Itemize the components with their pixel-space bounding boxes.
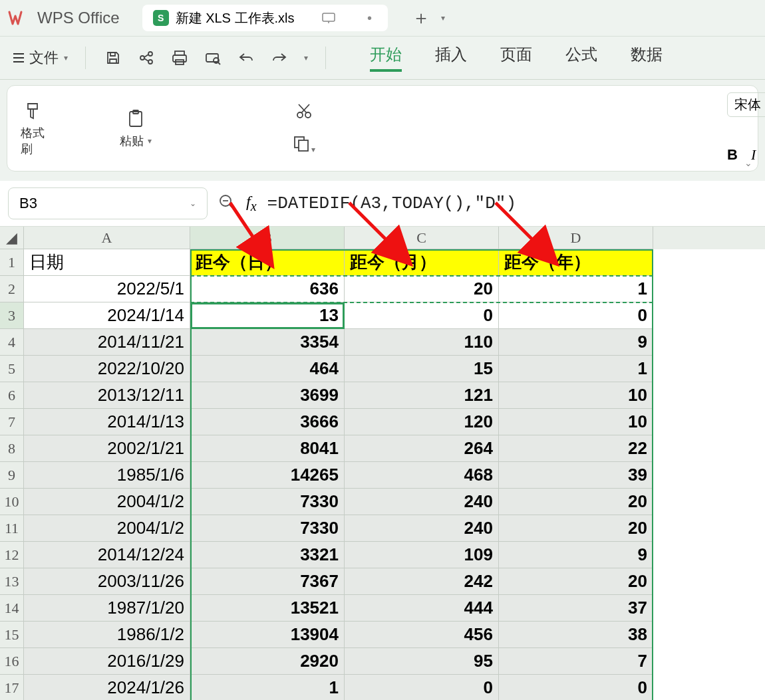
zoom-out-icon[interactable]	[218, 193, 235, 213]
cell[interactable]: 13	[190, 302, 345, 329]
tab-insert[interactable]: 插入	[435, 44, 467, 72]
row-header[interactable]: 16	[0, 648, 24, 675]
cell[interactable]: 10	[499, 382, 653, 409]
cell[interactable]: 3666	[190, 409, 345, 435]
cell[interactable]: 37	[499, 595, 653, 622]
cell[interactable]: 9	[499, 329, 653, 356]
cell[interactable]: 121	[345, 382, 499, 409]
cell[interactable]: 7330	[190, 489, 345, 515]
cell[interactable]: 468	[345, 462, 499, 489]
cell[interactable]: 1987/1/20	[24, 595, 190, 622]
copy-icon[interactable]: ▾	[293, 135, 315, 155]
cell[interactable]: 20	[345, 276, 499, 302]
cut-icon[interactable]	[295, 102, 313, 123]
row-header[interactable]: 6	[0, 382, 24, 409]
bold-button[interactable]: B	[727, 146, 738, 164]
table-row[interactable]: 22022/5/1636201	[0, 276, 765, 302]
table-row[interactable]: 91985/1/61426546839	[0, 462, 765, 489]
table-row[interactable]: 72014/1/13366612010	[0, 409, 765, 435]
row-header[interactable]: 10	[0, 489, 24, 515]
cell[interactable]: 110	[345, 329, 499, 356]
table-row[interactable]: 52022/10/20464151	[0, 356, 765, 382]
cell[interactable]: 39	[499, 462, 653, 489]
cell[interactable]: 13904	[190, 622, 345, 648]
row-header[interactable]: 3	[0, 302, 24, 329]
cell[interactable]: 0	[499, 302, 653, 329]
share-icon[interactable]	[136, 48, 156, 68]
cell[interactable]: 2004/1/2	[24, 489, 190, 515]
table-row[interactable]: 62013/12/11369912110	[0, 382, 765, 409]
new-tab-button[interactable]: ＋	[412, 5, 430, 31]
more-icon[interactable]: •	[363, 11, 377, 25]
cell[interactable]: 1985/1/6	[24, 462, 190, 489]
cell[interactable]: 2022/10/20	[24, 356, 190, 382]
cell[interactable]: 3699	[190, 382, 345, 409]
cell[interactable]: 38	[499, 622, 653, 648]
row-header[interactable]: 5	[0, 356, 24, 382]
cell[interactable]: 7367	[190, 568, 345, 595]
cell[interactable]: 264	[345, 435, 499, 462]
file-menu[interactable]: 文件 ▾	[12, 48, 68, 68]
col-header-b[interactable]: B	[190, 227, 345, 249]
cell[interactable]: 636	[190, 276, 345, 302]
cell[interactable]: 10	[499, 409, 653, 435]
cell[interactable]: 2004/1/2	[24, 515, 190, 542]
tab-list-dropdown[interactable]: ▾	[441, 13, 445, 23]
present-icon[interactable]	[321, 11, 336, 25]
document-tab[interactable]: S 新建 XLS 工作表.xls •	[142, 5, 388, 31]
col-header-c[interactable]: C	[345, 227, 499, 249]
cell[interactable]: 2016/1/29	[24, 648, 190, 675]
cell[interactable]: 日期	[24, 249, 190, 276]
font-name-select[interactable]: 宋体⌄	[727, 92, 765, 117]
row-header[interactable]: 13	[0, 568, 24, 595]
formula-input[interactable]: =DATEDIF(A3,TODAY(),"D")	[267, 193, 757, 213]
cell[interactable]: 3321	[190, 542, 345, 568]
table-row[interactable]: 172024/1/26100	[0, 675, 765, 700]
row-header[interactable]: 15	[0, 622, 24, 648]
cell[interactable]: 456	[345, 622, 499, 648]
table-row[interactable]: 1日期距今（日）距今（月）距今（年）	[0, 249, 765, 276]
row-header[interactable]: 2	[0, 276, 24, 302]
row-header[interactable]: 14	[0, 595, 24, 622]
cell[interactable]: 240	[345, 515, 499, 542]
cell[interactable]: 0	[499, 675, 653, 700]
cell[interactable]: 1	[499, 276, 653, 302]
ribbon-expand-icon[interactable]: ⌄	[744, 158, 752, 168]
cell[interactable]: 2013/12/11	[24, 382, 190, 409]
name-box[interactable]: B3 ⌄	[8, 187, 208, 219]
tab-page[interactable]: 页面	[500, 44, 532, 72]
cell[interactable]: 2014/1/13	[24, 409, 190, 435]
print-icon[interactable]	[170, 48, 190, 68]
cell[interactable]: 22	[499, 435, 653, 462]
cell[interactable]: 20	[499, 515, 653, 542]
col-header-d[interactable]: D	[499, 227, 653, 249]
cell[interactable]: 7330	[190, 515, 345, 542]
cell[interactable]: 14265	[190, 462, 345, 489]
cell[interactable]: 1	[190, 675, 345, 700]
cell[interactable]: 2003/11/26	[24, 568, 190, 595]
cell[interactable]: 距今（月）	[345, 249, 499, 276]
cell[interactable]: 2024/1/26	[24, 675, 190, 700]
table-row[interactable]: 162016/1/292920957	[0, 648, 765, 675]
cell[interactable]: 13521	[190, 595, 345, 622]
cell[interactable]: 2014/12/24	[24, 542, 190, 568]
row-header[interactable]: 9	[0, 462, 24, 489]
table-row[interactable]: 122014/12/2433211099	[0, 542, 765, 568]
cell[interactable]: 2022/5/1	[24, 276, 190, 302]
table-row[interactable]: 82002/1/21804126422	[0, 435, 765, 462]
cell[interactable]: 9	[499, 542, 653, 568]
cell[interactable]: 0	[345, 302, 499, 329]
spreadsheet[interactable]: ◢ A B C D 1日期距今（日）距今（月）距今（年）22022/5/1636…	[0, 227, 765, 700]
cell[interactable]: 20	[499, 489, 653, 515]
cell[interactable]: 3354	[190, 329, 345, 356]
table-row[interactable]: 102004/1/2733024020	[0, 489, 765, 515]
table-row[interactable]: 42014/11/2133541109	[0, 329, 765, 356]
print-preview-icon[interactable]	[203, 48, 223, 68]
row-header[interactable]: 1	[0, 249, 24, 276]
cell[interactable]: 15	[345, 356, 499, 382]
cell[interactable]: 距今（年）	[499, 249, 653, 276]
fx-icon[interactable]: fx	[246, 193, 257, 214]
table-row[interactable]: 112004/1/2733024020	[0, 515, 765, 542]
row-header[interactable]: 4	[0, 329, 24, 356]
cell[interactable]: 0	[345, 675, 499, 700]
